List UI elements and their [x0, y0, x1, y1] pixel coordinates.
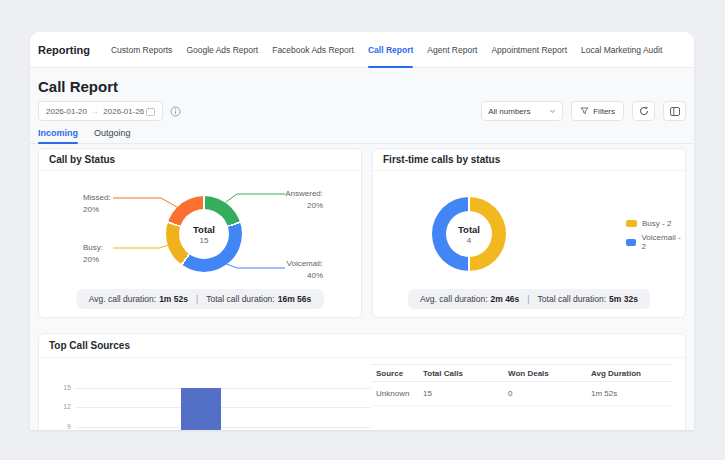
col-avg-duration: Avg Duration [586, 369, 673, 378]
first-time-duration-summary: Avg. call duration: 2m 46s | Total call … [408, 289, 650, 309]
calendar-icon [146, 107, 155, 116]
first-time-calls-title: First-time calls by status [373, 149, 685, 171]
top-call-sources-title: Top Call Sources [39, 334, 685, 358]
nav-item-local-marketing-audit[interactable]: Local Marketing Audit [581, 32, 662, 68]
nav-item-call-report[interactable]: Call Report [368, 32, 413, 68]
report-content: Call Report 2026-01-20 → 2026-01-26 A [30, 68, 694, 430]
table-row[interactable]: Unknown 15 0 1m 52s [371, 382, 673, 406]
col-source: Source [371, 369, 418, 378]
filters-button[interactable]: Filters [571, 101, 624, 121]
callout-answered: Answered: 20% [263, 188, 323, 212]
donut-total-label: Total [193, 224, 215, 235]
layout-columns-button[interactable] [663, 101, 686, 121]
tab-incoming[interactable]: Incoming [38, 126, 78, 144]
legend-item-busy[interactable]: Busy - 2 [626, 219, 685, 228]
layout-columns-icon [670, 107, 680, 116]
first-time-calls-card: First-time calls by status Total 4 Busy … [372, 148, 686, 318]
date-to[interactable]: 2026-01-26 [103, 107, 144, 116]
col-won-deals: Won Deals [503, 369, 586, 378]
donut-total-value: 15 [200, 236, 209, 245]
first-time-donut-center: Total 4 [446, 211, 492, 257]
nav-brand: Reporting [38, 44, 90, 56]
y-tick-12: 12 [51, 403, 71, 410]
unknown-source-bar[interactable] [181, 388, 221, 430]
call-by-status-card: Call by Status Total 15 Missed: [38, 148, 362, 318]
page-title: Call Report [38, 78, 686, 96]
nav-item-agent-report[interactable]: Agent Report [427, 32, 477, 68]
nav-item-appointment-report[interactable]: Appointment Report [491, 32, 567, 68]
call-status-donut-center: Total 15 [179, 209, 229, 259]
top-nav: Reporting Custom Reports Google Ads Repo… [30, 32, 694, 68]
chevron-down-icon [549, 109, 556, 114]
numbers-select[interactable]: All numbers [481, 101, 563, 121]
top-call-sources-card: Top Call Sources 15 12 9 Source Total Ca… [38, 333, 686, 430]
date-arrow: → [92, 108, 99, 115]
nav-item-custom-reports[interactable]: Custom Reports [111, 32, 172, 68]
table-header-row: Source Total Calls Won Deals Avg Duratio… [371, 364, 673, 382]
refresh-button[interactable] [632, 101, 655, 121]
refresh-icon [639, 106, 649, 116]
voicemail-swatch [626, 239, 636, 246]
filter-icon [580, 107, 589, 115]
y-tick-15: 15 [51, 384, 71, 391]
nav-item-facebook-ads-report[interactable]: Facebook Ads Report [272, 32, 354, 68]
top-call-sources-table: Source Total Calls Won Deals Avg Duratio… [371, 364, 673, 406]
date-range-picker[interactable]: 2026-01-20 → 2026-01-26 [38, 101, 163, 121]
top-call-sources-chart: 15 12 9 Source Total Calls Won Deals Avg… [39, 358, 685, 430]
app-window: Reporting Custom Reports Google Ads Repo… [30, 32, 694, 430]
legend-item-voicemail[interactable]: Voicemail - 2 [626, 233, 685, 251]
nav-item-google-ads-report[interactable]: Google Ads Report [186, 32, 258, 68]
call-by-status-title: Call by Status [39, 149, 361, 171]
tab-outgoing[interactable]: Outgoing [94, 126, 131, 144]
callout-missed: Missed: 20% [83, 192, 111, 216]
callout-busy: Busy: 20% [83, 242, 103, 266]
first-time-legend: Busy - 2 Voicemail - 2 [626, 219, 685, 251]
col-total-calls: Total Calls [418, 369, 503, 378]
donut-total-value: 4 [467, 236, 471, 245]
filters-label: Filters [593, 107, 615, 116]
y-tick-9: 9 [51, 423, 71, 430]
donut-total-label: Total [458, 224, 480, 235]
numbers-select-value: All numbers [488, 107, 530, 116]
date-from[interactable]: 2026-01-20 [46, 107, 87, 116]
direction-tabs: Incoming Outgoing [30, 126, 694, 144]
call-duration-summary: Avg. call duration: 1m 52s | Total call … [77, 289, 324, 309]
controls-row: 2026-01-20 → 2026-01-26 All numbers [38, 100, 686, 122]
busy-swatch [626, 220, 637, 227]
info-icon[interactable] [170, 106, 181, 117]
callout-voicemail: Voicemail: 40% [263, 258, 323, 282]
